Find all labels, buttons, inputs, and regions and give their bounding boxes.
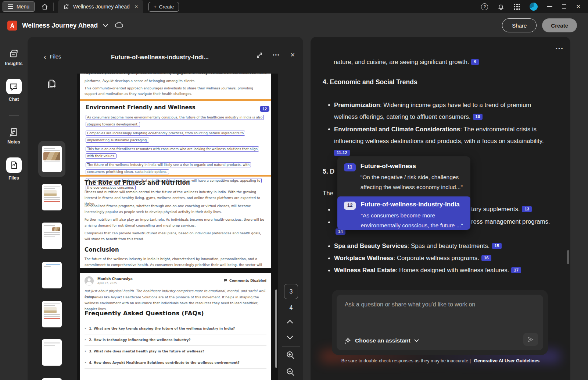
- pdf-viewer-panel: ‹ Files Future-of-wellness-industry-Indi…: [28, 37, 303, 380]
- window-minimize-button[interactable]: [547, 6, 552, 7]
- page-thumbnail[interactable]: [42, 378, 62, 380]
- assistant-scrollbar[interactable]: [567, 250, 569, 264]
- assistant-sparkle-icon: [344, 337, 351, 344]
- assistant-more-options-icon[interactable]: •••: [556, 46, 564, 52]
- faq-item[interactable]: ‣4. How does Avyukt Healthcare Solutions…: [85, 357, 266, 369]
- highlight-heading: Environment Friendly and Wellness: [86, 104, 265, 111]
- zoom-out-icon[interactable]: [286, 367, 295, 378]
- zoom-in-icon[interactable]: [286, 350, 295, 361]
- document-scrollbar[interactable]: [275, 290, 277, 368]
- tab-close-icon[interactable]: ✕: [135, 4, 138, 9]
- current-page-indicator[interactable]: 3: [284, 284, 298, 299]
- citation-badge[interactable]: 17: [511, 267, 521, 273]
- caret-icon: ‣: [85, 350, 86, 353]
- hamburger-icon: [8, 4, 13, 9]
- send-button[interactable]: [523, 333, 538, 346]
- titlebar: Menu Wellness Journey Ahead ✕ + Create ?…: [0, 0, 588, 13]
- chat-input[interactable]: [345, 301, 521, 323]
- highlighted-sentence: The future of the wellness industry in I…: [86, 161, 265, 175]
- guidelines-link[interactable]: Generative AI User Guidelines: [474, 358, 539, 363]
- ai-assistant-panel: ••• nature, and cuisine, are seeing sign…: [311, 37, 570, 380]
- apps-grid-icon[interactable]: [514, 4, 520, 10]
- doc-paragraph: Personalised fitness programs, whether t…: [85, 203, 266, 215]
- page-thumbnail-selected[interactable]: [38, 141, 65, 177]
- window-close-button[interactable]: ✕: [576, 3, 581, 10]
- rail-divider: [9, 115, 19, 116]
- highlighted-sentence: This focus on eco-friendliness resonates…: [86, 146, 265, 160]
- citation-tooltip: 11 Future-of-wellness "On the negative /…: [337, 156, 470, 230]
- citation-badge[interactable]: 9: [471, 59, 478, 65]
- home-icon: [41, 3, 48, 10]
- page-thumbnail[interactable]: [42, 184, 62, 210]
- bullet-dot: [328, 104, 330, 106]
- citation-badge[interactable]: 10: [473, 114, 483, 120]
- citation-source-quote: "As consumers become more environmentall…: [361, 210, 470, 230]
- citation-badge[interactable]: 15: [492, 243, 502, 249]
- page-thumbnail[interactable]: [42, 339, 62, 366]
- previous-page-icon[interactable]: [287, 320, 293, 326]
- highlighted-section[interactable]: Environment Friendly and Wellness 12 As …: [80, 99, 271, 177]
- page-thumbnail[interactable]: [42, 262, 62, 288]
- faq-item[interactable]: ‣2. How is technology influencing the we…: [85, 334, 266, 346]
- doc-paragraph: Companies like Avyukt Healthcare Solutio…: [85, 294, 266, 312]
- bullet-dot: [328, 128, 330, 130]
- author-row: Manish Chaurasiya April 27, 2025 Comment…: [85, 276, 266, 287]
- bullet-dot: [328, 245, 330, 247]
- avatar[interactable]: [530, 3, 538, 11]
- page-thumbnail[interactable]: [42, 223, 62, 249]
- citation-badge[interactable]: 16: [481, 255, 491, 261]
- back-to-files-button[interactable]: ‹ Files: [44, 54, 61, 60]
- help-icon[interactable]: ?: [481, 3, 488, 10]
- add-page-icon[interactable]: [47, 79, 58, 91]
- caret-icon: ‣: [85, 327, 86, 330]
- create-tab-button[interactable]: + Create: [148, 2, 179, 12]
- caret-icon: ‣: [85, 361, 86, 365]
- faq-item[interactable]: ‣3. What role does mental health play in…: [85, 346, 266, 357]
- faq-item[interactable]: ‣1. What are the key trends shaping the …: [85, 323, 266, 334]
- next-page-icon[interactable]: [287, 333, 293, 340]
- document-canvas: Avyukt also places a strong emphasis on …: [77, 74, 278, 380]
- menu-button[interactable]: Menu: [3, 1, 35, 12]
- document-tab-icon: [63, 3, 70, 10]
- assistant-bullet: Environmental and Climate Considerations…: [334, 124, 555, 159]
- next-page-number[interactable]: 4: [284, 305, 298, 311]
- assistant-bullet-fragment: tary supplements.13: [471, 203, 532, 215]
- citation-source-title: Future-of-wellness: [361, 163, 470, 170]
- create-button[interactable]: Create: [542, 18, 577, 32]
- assistant-bullet: Workplace Wellness: Corporate wellness p…: [334, 252, 562, 264]
- home-button[interactable]: [41, 3, 48, 10]
- assistant-bullet: Spa and Beauty Services: Spas and beauty…: [334, 240, 562, 252]
- expand-icon[interactable]: [257, 52, 262, 58]
- citation-badge[interactable]: 11-12: [334, 150, 350, 156]
- citation-source-item[interactable]: 11 Future-of-wellness "On the negative /…: [337, 156, 470, 192]
- title-chevron-down-icon[interactable]: [103, 22, 108, 29]
- citation-source-item-highlighted[interactable]: 12 Future-of-wellness-industry-India "As…: [337, 196, 470, 230]
- viewer-more-options-icon[interactable]: •••: [273, 52, 280, 58]
- chat-icon: [9, 82, 18, 91]
- notifications-bell-icon[interactable]: [498, 3, 504, 10]
- window-maximize-button[interactable]: [562, 4, 566, 9]
- notes-label: Notes: [7, 139, 20, 145]
- chat-active-tile: [6, 79, 22, 94]
- citation-badge[interactable]: 13: [522, 206, 532, 212]
- partial-text: The: [323, 188, 333, 199]
- bullet-dot: [328, 221, 330, 223]
- chat-input-card: Choose an assistant: [337, 295, 543, 350]
- page-thumbnail[interactable]: [42, 301, 62, 327]
- choose-assistant-dropdown[interactable]: Choose an assistant: [344, 337, 419, 344]
- doc-heading: Conclusion: [85, 246, 119, 253]
- pdf-app-icon: [7, 21, 17, 31]
- plus-icon: +: [154, 4, 157, 10]
- document-tab[interactable]: Wellness Journey Ahead ✕: [58, 0, 143, 13]
- rail-item-chat[interactable]: Chat: [0, 79, 28, 102]
- back-chevron-icon: ‹: [44, 54, 46, 59]
- doc-paragraph: Further nutrition will also play an impo…: [85, 217, 266, 228]
- rail-item-files[interactable]: Files: [0, 157, 28, 181]
- doc-paragraph: Companies that can provide well-structur…: [85, 230, 266, 242]
- author-date: April 27, 2025: [97, 281, 117, 285]
- rail-item-insights[interactable]: Insights: [0, 49, 28, 66]
- document-title: Wellness Journey Ahead: [22, 22, 98, 29]
- rail-item-notes[interactable]: Notes: [0, 127, 28, 145]
- share-button[interactable]: Share: [502, 18, 537, 32]
- chat-label: Chat: [9, 97, 19, 102]
